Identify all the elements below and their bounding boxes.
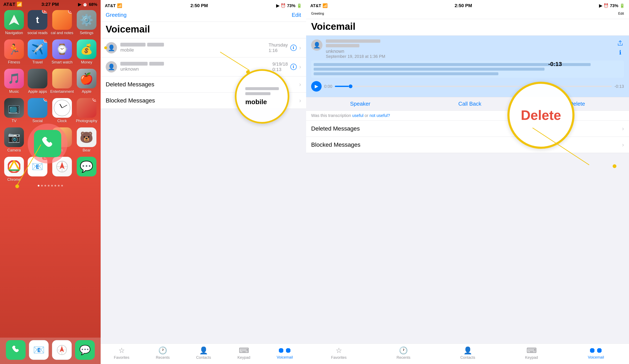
app-label-smartwatch: Smart watch bbox=[52, 60, 73, 65]
detail-info-icon[interactable]: ℹ bbox=[617, 49, 624, 56]
app-camera[interactable]: 📷 Camera bbox=[3, 127, 25, 152]
app-photography[interactable]: 2 Photography bbox=[76, 98, 97, 123]
phone-highlighted-wrap bbox=[28, 124, 67, 163]
tab-recents-vm[interactable]: 🕐 Recents bbox=[156, 346, 170, 360]
app-icon-fitness[interactable]: 🏃 bbox=[4, 39, 24, 59]
greeting-detail[interactable]: Greeting bbox=[311, 12, 324, 15]
app-icon-cal-notes[interactable]: 4 bbox=[52, 10, 72, 30]
voicemail-title: Voicemail bbox=[106, 23, 301, 35]
app-icon-social-reads[interactable]: t 16 bbox=[28, 10, 47, 30]
battery-icon-detail: 🔋 bbox=[620, 3, 625, 8]
useful-link[interactable]: useful bbox=[352, 113, 363, 118]
deleted-chevron: › bbox=[299, 81, 301, 88]
not-useful-link[interactable]: not useful? bbox=[369, 113, 390, 118]
tab-label-voicemail-vm: Voicemail bbox=[277, 355, 293, 360]
app-money[interactable]: 💰 Money bbox=[76, 39, 97, 65]
app-icon-travel[interactable]: ✈️ 2 bbox=[28, 39, 47, 59]
app-cal-notes[interactable]: 4 cal and notes bbox=[50, 10, 74, 35]
progress-bar[interactable] bbox=[335, 86, 612, 87]
dock-mail[interactable]: 📧 bbox=[29, 340, 49, 360]
phone-app-icon[interactable] bbox=[34, 130, 61, 157]
app-tv[interactable]: 📺 TV bbox=[3, 98, 25, 123]
play-button[interactable]: ▶ bbox=[311, 81, 322, 92]
app-smartwatch[interactable]: ⌚ Smart watch bbox=[50, 39, 74, 65]
vm-item-1[interactable]: 👤 mobile Thursday 1:16 ℹ › bbox=[101, 38, 306, 57]
app-clock[interactable]: Clock bbox=[50, 98, 74, 123]
tab-favorites-vm[interactable]: ☆ Favorites bbox=[114, 346, 129, 360]
app-icon-entertainment[interactable] bbox=[52, 69, 72, 88]
badge-social-reads: 16 bbox=[42, 10, 47, 13]
app-music[interactable]: 🎵 Music bbox=[3, 69, 25, 94]
app-fitness[interactable]: 🏃 Fitness bbox=[3, 39, 25, 65]
keypad-icon-detail: ⌨ bbox=[526, 346, 537, 355]
app-icon-money[interactable]: 💰 bbox=[77, 39, 96, 59]
app-icon-social[interactable]: 3 bbox=[28, 98, 47, 118]
detail-title: Voicemail bbox=[311, 21, 624, 32]
app-chrome[interactable]: Chrome bbox=[3, 157, 25, 182]
share-icon[interactable] bbox=[617, 39, 624, 47]
vm-timer-wrap: -0:13 bbox=[548, 61, 562, 67]
tab-contacts-detail[interactable]: 👤 Contacts bbox=[460, 346, 475, 360]
app-label-photography: Photography bbox=[76, 119, 97, 123]
battery-vm: 73% bbox=[287, 3, 296, 8]
greeting-link[interactable]: Greeting bbox=[106, 12, 127, 18]
blocked-messages-detail[interactable]: Blocked Messages › bbox=[306, 137, 629, 153]
page-dot-7 bbox=[58, 185, 60, 187]
deleted-messages-detail[interactable]: Deleted Messages › bbox=[306, 121, 629, 137]
app-settings[interactable]: ⚙️ Settings bbox=[76, 10, 97, 35]
edit-link[interactable]: Edit bbox=[292, 12, 301, 18]
dock-safari[interactable] bbox=[52, 340, 72, 360]
app-icon-messages-grid[interactable]: 💬 bbox=[77, 157, 96, 176]
app-icon-clock[interactable] bbox=[52, 98, 72, 118]
vm-circle-label: mobile bbox=[245, 98, 267, 106]
vm-info-icon-1[interactable]: ℹ bbox=[290, 45, 297, 51]
tab-keypad-vm[interactable]: ⌨ Keypad bbox=[238, 346, 250, 360]
app-label-navigation: Navigation bbox=[5, 31, 23, 35]
app-navigation[interactable]: Navigation bbox=[3, 10, 25, 35]
tab-contacts-vm[interactable]: 👤 Contacts bbox=[196, 346, 211, 360]
badge-travel: 2 bbox=[44, 39, 47, 43]
carrier-vm: AT&T bbox=[105, 3, 116, 8]
favorites-icon-detail: ☆ bbox=[336, 346, 342, 355]
app-label-camera: Camera bbox=[7, 148, 21, 152]
tab-keypad-detail[interactable]: ⌨ Keypad bbox=[525, 346, 538, 360]
vm-duration-1: 1:16 bbox=[269, 48, 288, 53]
app-icon-chrome[interactable] bbox=[4, 157, 24, 176]
app-messages-grid[interactable]: 💬 bbox=[76, 157, 97, 182]
app-icon-settings[interactable]: ⚙️ bbox=[77, 10, 96, 30]
edit-detail[interactable]: Edit bbox=[618, 12, 624, 15]
app-social-reads[interactable]: t 16 social reads bbox=[27, 10, 48, 35]
app-entertainment[interactable]: Entertainment bbox=[50, 69, 74, 94]
app-icon-tv[interactable]: 📺 bbox=[4, 98, 24, 118]
app-icon-smartwatch[interactable]: ⌚ bbox=[52, 39, 72, 59]
tab-favorites-detail[interactable]: ☆ Favorites bbox=[331, 346, 347, 360]
selected-vm-item[interactable]: 👤 unknown September 19, 2018 at 1:36 PM … bbox=[306, 36, 629, 97]
tab-voicemail-detail[interactable]: ⏺⏺ Voicemail bbox=[588, 346, 604, 360]
callback-button[interactable]: Call Back bbox=[458, 101, 481, 107]
tab-label-favorites-detail: Favorites bbox=[331, 356, 347, 360]
app-social[interactable]: 3 Social bbox=[27, 98, 48, 123]
app-travel[interactable]: ✈️ 2 Travel bbox=[27, 39, 48, 65]
yellow-dot-annotation-home bbox=[15, 184, 19, 188]
app-icon-apple[interactable]: 🍎 bbox=[77, 69, 96, 88]
app-icon-camera[interactable]: 📷 bbox=[4, 127, 24, 147]
app-icon-navigation[interactable] bbox=[4, 10, 24, 30]
selected-vm-name-blur2 bbox=[326, 44, 359, 47]
alarm-vm: ⏰ bbox=[281, 3, 286, 8]
app-icon-music[interactable]: 🎵 bbox=[4, 69, 24, 88]
time-start: 0:00 bbox=[324, 84, 332, 89]
tab-recents-detail[interactable]: 🕐 Recents bbox=[396, 346, 410, 360]
app-bear[interactable]: 🐻 Bear bbox=[76, 127, 97, 152]
app-icon-bear[interactable]: 🐻 bbox=[77, 127, 96, 147]
app-icon-photography[interactable]: 2 bbox=[77, 98, 96, 118]
page-dot-1 bbox=[38, 185, 39, 187]
dock-messages[interactable]: 💬 bbox=[75, 340, 95, 360]
app-apple[interactable]: 🍎 Apple bbox=[76, 69, 97, 94]
transcription-blur-2 bbox=[314, 68, 544, 71]
tab-voicemail-vm[interactable]: ⏺⏺ Voicemail bbox=[277, 346, 293, 360]
speaker-button[interactable]: Speaker bbox=[350, 101, 370, 107]
app-apple-apps[interactable]: Apple apps bbox=[27, 69, 48, 94]
vm-info-icon-2[interactable]: ℹ bbox=[290, 64, 297, 70]
app-icon-apple-apps[interactable] bbox=[28, 69, 47, 88]
dock-phone[interactable] bbox=[6, 340, 25, 360]
